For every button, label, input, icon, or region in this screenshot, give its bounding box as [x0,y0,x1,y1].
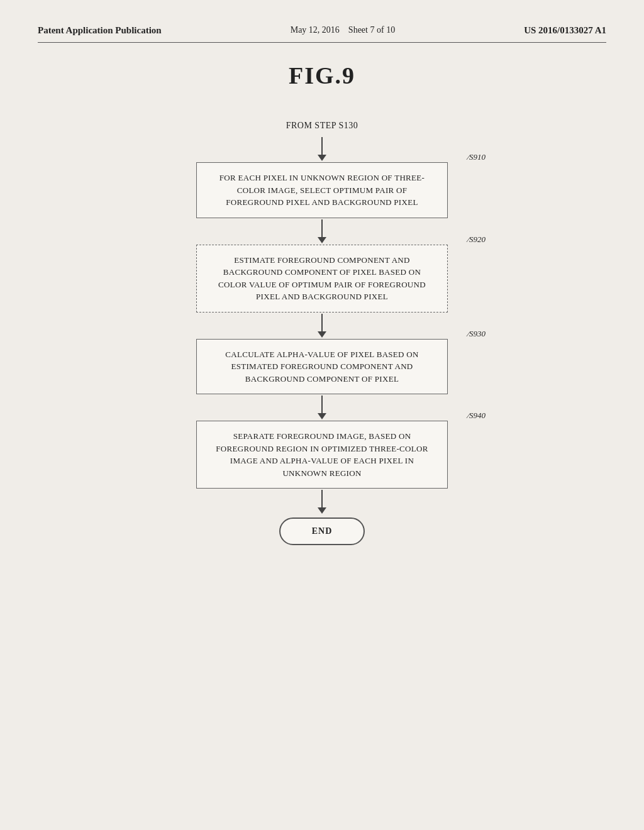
header-date-sheet: May 12, 2016 Sheet 7 of 10 [291,25,395,35]
step-s920-box: ESTIMATE FOREGROUND COMPONENT AND BACKGR… [196,245,448,313]
arrow-head-2 [318,237,326,243]
arrow-line-5 [321,490,323,507]
step-s910-text: FOR EACH PIXEL IN UNKNOWN REGION OF THRE… [219,173,425,207]
from-step-label: FROM STEP S130 [286,121,358,131]
page: Patent Application Publication May 12, 2… [0,0,644,830]
step-s920-text: ESTIMATE FOREGROUND COMPONENT AND BACKGR… [218,255,426,302]
step-s930-box: CALCULATE ALPHA-VALUE OF PIXEL BASED ON … [196,339,448,395]
step-s930-container: ∕S930 CALCULATE ALPHA-VALUE OF PIXEL BAS… [196,339,448,395]
header-date: May 12, 2016 [291,25,340,35]
step-s930-text: CALCULATE ALPHA-VALUE OF PIXEL BASED ON … [225,350,418,384]
arrow-line-3 [321,314,323,331]
arrow-3 [318,314,326,338]
step-s940-label: ∕S940 [468,411,486,421]
arrow-line-2 [321,219,323,237]
step-s940-text: SEPARATE FOREGROUND IMAGE, BASED ON FORE… [216,431,428,478]
header-publication: Patent Application Publication [38,25,162,36]
header-sheet: Sheet 7 of 10 [348,25,395,35]
step-s940-wrapper: ∕S940 SEPARATE FOREGROUND IMAGE, BASED O… [196,421,448,489]
step-s910-box: FOR EACH PIXEL IN UNKNOWN REGION OF THRE… [196,162,448,218]
arrow-1 [318,137,326,161]
arrow-2 [318,219,326,243]
step-s930-wrapper: ∕S930 CALCULATE ALPHA-VALUE OF PIXEL BAS… [196,339,448,395]
arrow-head-4 [318,413,326,419]
flowchart: FROM STEP S130 ∕S910 FOR EACH PIXEL IN U… [38,121,606,545]
figure-title: FIG.9 [38,62,606,89]
step-s930-label: ∕S930 [468,329,486,339]
step-s920-wrapper: ∕S920 ESTIMATE FOREGROUND COMPONENT AND … [196,245,448,313]
step-s920-container: ∕S920 ESTIMATE FOREGROUND COMPONENT AND … [196,245,448,313]
arrow-line-4 [321,396,323,413]
step-s910-wrapper: ∕S910 FOR EACH PIXEL IN UNKNOWN REGION O… [196,162,448,218]
arrow-head-3 [318,331,326,338]
step-s940-container: ∕S940 SEPARATE FOREGROUND IMAGE, BASED O… [196,421,448,489]
header-patent-number: US 2016/0133027 A1 [524,25,606,36]
step-s940-box: SEPARATE FOREGROUND IMAGE, BASED ON FORE… [196,421,448,489]
arrow-5 [318,490,326,514]
arrow-head-5 [318,507,326,514]
step-s920-label: ∕S920 [468,235,486,245]
arrow-4 [318,396,326,419]
end-box: END [279,517,365,545]
arrow-line-1 [321,137,323,155]
page-header: Patent Application Publication May 12, 2… [38,25,606,43]
arrow-head-1 [318,155,326,161]
step-s910-container: ∕S910 FOR EACH PIXEL IN UNKNOWN REGION O… [196,162,448,218]
step-s910-label: ∕S910 [468,152,486,162]
